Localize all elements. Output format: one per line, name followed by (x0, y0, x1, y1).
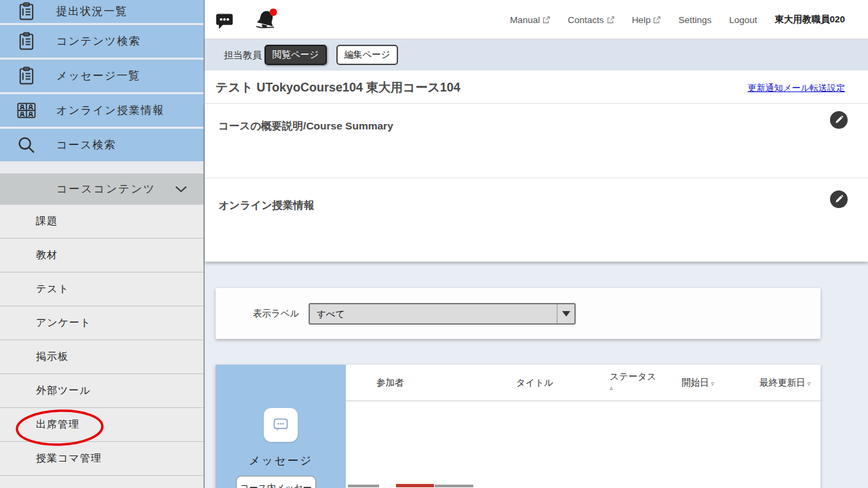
role-label: 担当教員 (224, 49, 262, 62)
sort-desc-icon: ▿ (711, 380, 715, 387)
column-header-participants[interactable]: 参加者 (376, 377, 404, 389)
tab-bar: 担当教員 閲覧ページ 編集ページ (205, 39, 868, 70)
course-message-button[interactable]: コース内メッセージ (236, 476, 316, 488)
selected-option: すべて (317, 308, 344, 321)
sidebar-item-label: 提出状況一覧 (56, 5, 127, 19)
tab-view-page[interactable]: 閲覧ページ (264, 45, 327, 65)
nav-help-label: Help (632, 15, 651, 25)
widget-title: メッセージ (216, 453, 346, 468)
column-header-title[interactable]: タイトル (516, 377, 553, 389)
edit-pencil-button[interactable] (830, 190, 848, 208)
sidebar-item-label: 外部ツール (36, 384, 91, 397)
sidebar-item-label: コンテンツ検索 (56, 35, 140, 49)
sidebar-item-label: コース検索 (56, 138, 116, 152)
edit-pencil-button[interactable] (830, 111, 848, 129)
nav-contacts-label: Contacts (568, 15, 604, 25)
sidebar-item-label: 授業コマ管理 (36, 452, 102, 465)
message-widget-panel: メッセージ コース内メッセージ (216, 365, 346, 488)
update-notification-mail-link[interactable]: 更新通知メール転送設定 (747, 82, 845, 94)
message-widget-card: メッセージ コース内メッセージ 参加者 タイトル ステータス ▵ 開始日▿ 最終… (216, 365, 821, 488)
pencil-icon (834, 195, 844, 204)
course-sections: コースの概要説明/Course Summary オンライン授業情報 (205, 104, 868, 262)
nav-settings-link[interactable]: Settings (678, 15, 711, 25)
external-link-icon (607, 16, 614, 24)
tab-edit-page[interactable]: 編集ページ (336, 45, 398, 65)
sidebar-group-course-contents[interactable]: コースコンテンツ (0, 174, 203, 205)
sidebar-item-label: 掲示板 (36, 350, 68, 363)
main-area: Manual Contacts Help Settings Logout 東大用… (205, 0, 868, 488)
sidebar-item-surveys[interactable]: アンケート (0, 306, 203, 340)
sidebar-item-materials[interactable]: 教材 (0, 239, 203, 272)
sidebar-item-content-search[interactable]: コンテンツ検索 (0, 25, 203, 58)
section-heading: オンライン授業情報 (218, 199, 314, 213)
video-meeting-grid-icon (15, 99, 38, 122)
sidebar-item-online-class-info[interactable]: オンライン授業情報 (0, 94, 203, 127)
sidebar-item-label: メッセージ一覧 (56, 69, 140, 83)
sidebar-item-course-search[interactable]: コース検索 (0, 129, 203, 161)
nav-contacts-link[interactable]: Contacts (568, 15, 614, 25)
clipped-row-fragment (348, 485, 379, 487)
sidebar-item-partial[interactable] (0, 476, 203, 488)
chevron-down-icon (175, 186, 187, 193)
logged-in-user: 東大用教職員020 (774, 14, 845, 26)
external-link-icon (542, 16, 550, 24)
sidebar-item-attendance[interactable]: 出席管理 (0, 408, 203, 442)
bell-notification-icon[interactable] (252, 8, 279, 33)
sidebar-item-bulletin-board[interactable]: 掲示板 (0, 340, 203, 374)
display-label-select[interactable]: すべて (309, 303, 576, 325)
sort-desc-icon: ▿ (808, 380, 811, 387)
clipboard-icon (15, 64, 38, 87)
sort-asc-icon[interactable]: ▵ (610, 384, 613, 391)
speech-bubble-icon (271, 416, 290, 434)
sidebar-item-label: 教材 (36, 249, 58, 262)
nav-settings-label: Settings (678, 15, 711, 25)
clipboard-icon (15, 30, 38, 53)
sidebar-item-label: 課題 (36, 215, 58, 228)
column-header-status[interactable]: ステータス (610, 371, 656, 383)
clipboard-icon (15, 0, 38, 23)
course-title: テスト UTokyoCourse104 東大用コース104 (216, 79, 460, 96)
nav-manual-label: Manual (510, 15, 540, 25)
sidebar-item-external-tools[interactable]: 外部ツール (0, 374, 203, 408)
nav-logout-link[interactable]: Logout (729, 15, 757, 25)
sidebar-item-assignments[interactable]: 課題 (0, 205, 203, 239)
search-icon (15, 134, 38, 157)
nav-manual-link[interactable]: Manual (510, 15, 550, 25)
clipped-row-fragment (435, 485, 473, 487)
section-heading: コースの概要説明/Course Summary (218, 119, 393, 134)
label-filter-card: 表示ラベル すべて (216, 288, 821, 339)
nav-logout-label: Logout (729, 15, 757, 25)
sidebar-item-submission-status[interactable]: 提出状況一覧 (0, 0, 203, 23)
section-course-summary: コースの概要説明/Course Summary (205, 104, 868, 178)
sidebar-item-label: テスト (36, 283, 69, 296)
top-nav: Manual Contacts Help Settings Logout 東大用… (510, 0, 845, 39)
pencil-icon (834, 115, 844, 125)
sidebar-item-class-slot-management[interactable]: 授業コマ管理 (0, 442, 203, 476)
top-header: Manual Contacts Help Settings Logout 東大用… (205, 0, 868, 39)
nav-help-link[interactable]: Help (632, 15, 661, 25)
select-arrow (557, 304, 574, 323)
sidebar-item-label: 出席管理 (36, 418, 79, 431)
sidebar-item-message-list[interactable]: メッセージ一覧 (0, 60, 203, 92)
sidebar-group-label: コースコンテンツ (56, 182, 156, 197)
sidebar-item-tests[interactable]: テスト (0, 272, 203, 306)
external-link-icon (653, 16, 660, 24)
column-label: 開始日 (682, 378, 709, 388)
column-header-start-date[interactable]: 開始日▿ (682, 377, 714, 389)
sidebar: 提出状況一覧 コンテンツ検索 メッセージ一覧 (0, 0, 205, 488)
sidebar-item-label: アンケート (36, 317, 91, 329)
message-table-header (346, 365, 821, 401)
filter-label: 表示ラベル (253, 308, 299, 320)
section-online-class-info: オンライン授業情報 (205, 178, 868, 262)
sidebar-item-label: オンライン授業情報 (56, 104, 164, 118)
chat-bubble-icon[interactable] (214, 11, 235, 30)
clipped-row-fragment (396, 484, 434, 487)
message-widget-tile[interactable] (264, 408, 298, 442)
column-header-last-updated[interactable]: 最終更新日▿ (760, 377, 810, 389)
course-title-bar: テスト UTokyoCourse104 東大用コース104 更新通知メール転送設… (205, 70, 868, 104)
column-label: 最終更新日 (760, 378, 806, 388)
